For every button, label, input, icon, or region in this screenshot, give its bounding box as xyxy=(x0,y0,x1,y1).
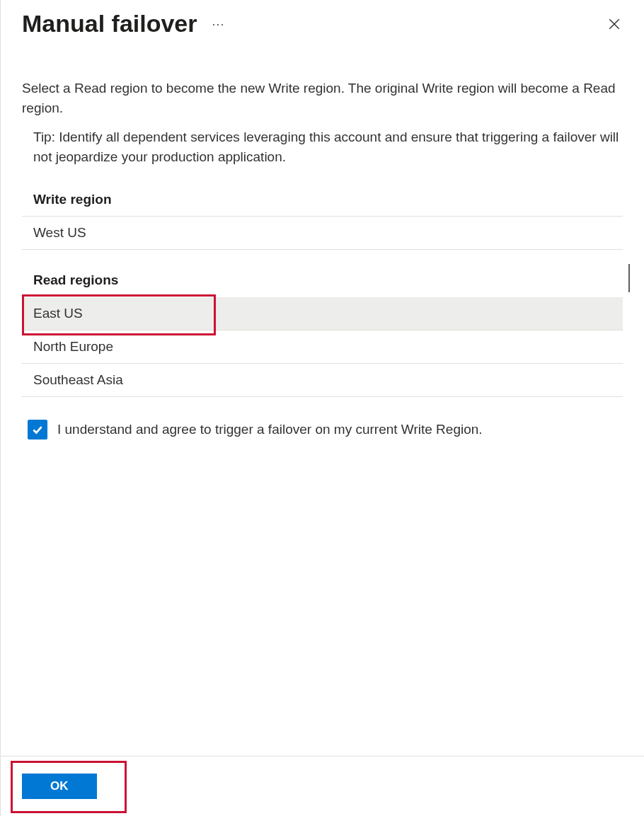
panel-footer: OK xyxy=(1,756,644,816)
read-region-row[interactable]: East US xyxy=(22,297,623,331)
write-region-header: Write region xyxy=(22,183,623,217)
panel-header: Manual failover ⋯ xyxy=(1,0,644,45)
agree-checkbox[interactable] xyxy=(28,420,47,439)
agree-text: I understand and agree to trigger a fail… xyxy=(57,422,483,437)
read-region-row[interactable]: Southeast Asia xyxy=(22,364,623,397)
write-region-row: West US xyxy=(22,217,623,250)
more-icon[interactable]: ⋯ xyxy=(212,16,225,32)
read-regions-list: East US North Europe Southeast Asia xyxy=(22,297,623,397)
ok-button[interactable]: OK xyxy=(22,774,97,799)
close-button[interactable] xyxy=(606,16,623,33)
check-icon xyxy=(31,423,44,436)
description-text: Select a Read region to become the new W… xyxy=(22,79,623,117)
scroll-hint xyxy=(628,264,630,292)
close-icon xyxy=(608,18,621,30)
read-regions-header: Read regions xyxy=(22,264,623,297)
panel-title: Manual failover xyxy=(22,10,197,38)
tip-text: Tip: Identify all dependent services lev… xyxy=(22,127,623,166)
read-region-row[interactable]: North Europe xyxy=(22,331,623,364)
panel-content: Select a Read region to become the new W… xyxy=(1,45,644,439)
agree-row: I understand and agree to trigger a fail… xyxy=(22,397,623,439)
